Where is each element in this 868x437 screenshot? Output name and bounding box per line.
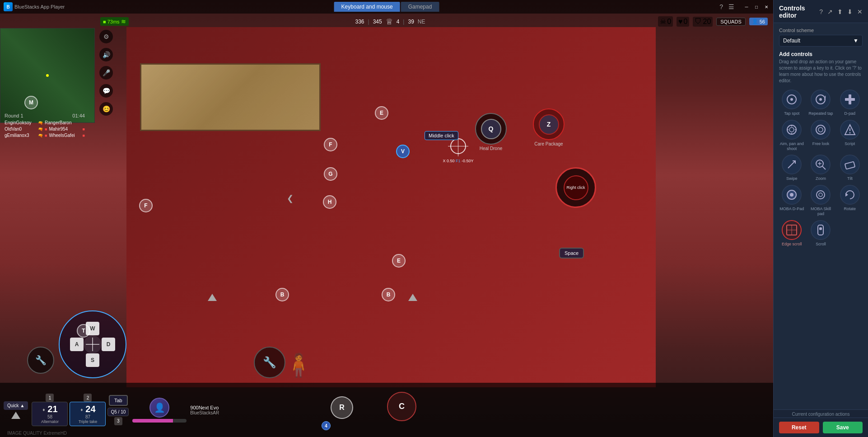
e-key-top[interactable]: E [375,106,388,120]
ctrl-swipe[interactable]: Swipe [779,155,804,181]
e-key-mid[interactable]: E [392,254,406,268]
r-key-circle[interactable]: R [331,396,353,419]
reset-button[interactable]: Reset [779,422,819,433]
f-key-left[interactable]: F [139,199,153,212]
help-icon[interactable]: ? [719,3,723,10]
tab-pill[interactable]: Tab [109,395,128,406]
dropdown-chevron-icon: ▼ [853,38,859,44]
care-package-widget[interactable]: Z Care Package [533,108,565,146]
f-key-left-circle[interactable]: F [139,199,153,212]
m-key-circle[interactable]: M [24,96,38,109]
player-2-name: OldVan0 [5,127,36,132]
h-key[interactable]: H [323,195,336,209]
menu-icon[interactable]: ☰ [728,3,734,10]
share-icon[interactable]: ↗ [827,8,833,15]
v-key-circle[interactable]: V [396,145,410,158]
mic-icon-area[interactable]: 🎤 [99,66,113,80]
close-button[interactable]: ✕ [763,4,770,10]
b-key-2-circle[interactable]: B [382,288,395,301]
e-key-mid-circle[interactable]: E [392,254,406,268]
maximize-button[interactable]: □ [753,4,760,10]
crosshair[interactable]: X 0.50 F1 -0.50Y [450,138,466,154]
b-key-1-circle[interactable]: B [275,288,289,301]
tab-gamepad[interactable]: Gamepad [401,2,439,12]
ammo-arrows-2 [208,294,217,301]
up-arrow-btn[interactable] [11,412,20,419]
ammo-up-arrow-2[interactable] [208,294,217,301]
ctrl-free-look[interactable]: Free look [808,120,833,151]
tab-keyboard-mouse[interactable]: Keyboard and mouse [334,2,400,12]
tap-spot-label: Tap spot [784,111,799,116]
g-key[interactable]: G [324,167,337,181]
dpad-center [84,335,102,353]
weapon-slot-2[interactable]: 2 ⬧ 24 87 Triple take [70,394,106,426]
right-click-control[interactable]: Right click [555,167,596,208]
heal-drone-widget[interactable]: Q Heal Drone [475,113,507,151]
ctrl-moba-skill[interactable]: MOBA Skill pad [808,185,833,216]
b-key-1[interactable]: B [275,288,289,301]
ctrl-repeated-tap[interactable]: Repeated tap [808,89,833,116]
save-button[interactable]: Save [823,422,863,433]
dpad-key-a[interactable]: A [70,338,84,351]
m-key-overlay[interactable]: M [24,96,38,109]
quick-button[interactable]: Quick ▲ [4,401,28,410]
volume-icon[interactable]: 🔊 [99,48,113,61]
ctrl-d-pad[interactable]: D-pad [837,89,863,116]
weapon-1-icon: ⬧ [42,406,46,413]
chat-icon-area[interactable]: 💬 [99,84,113,98]
g-key-circle[interactable]: G [324,167,337,181]
image-quality-label: IMAGE QUALITY ExtremeHD [7,431,67,436]
minimize-button[interactable]: ─ [743,4,750,10]
tab-key-overlay[interactable]: Tab [109,395,128,406]
ping-display: ■ 73ms ≋ [100,17,129,26]
repeated-tap-icon [814,93,827,106]
close-panel-icon[interactable]: ✕ [857,8,863,15]
chat-icon[interactable]: 💬 [99,84,113,98]
ctrl-tap-spot[interactable]: Tap spot [779,89,804,116]
weapon-slot-1[interactable]: 1 ⬧ 21 58 Alternator [32,394,68,426]
c-key-circle[interactable]: C [387,392,416,421]
volume-icon-area[interactable]: 🔊 [99,48,113,61]
c-key[interactable]: C [387,392,416,421]
settings-icon-area[interactable]: ⚙ [99,30,113,43]
f-key-top-circle[interactable]: F [324,138,337,151]
e-key-top-circle[interactable]: E [375,106,388,120]
space-button[interactable]: Space [559,248,584,258]
ctrl-edge-scroll[interactable]: Edge scroll [779,220,804,247]
ctrl-rotate[interactable]: Rotate [837,185,863,216]
swipe-icon-box [782,155,802,174]
emoji-icon[interactable]: 😊 [99,102,113,116]
grenade-2-widget[interactable]: 🔧 [254,347,285,378]
scheme-dropdown[interactable]: Default ▼ [779,35,863,47]
f-key-top[interactable]: F [324,138,337,151]
b-key-2[interactable]: B [382,288,395,301]
left-chevron-icon: ❮ [287,194,294,203]
r-key[interactable]: R [331,396,353,419]
ctrl-scroll[interactable]: Scroll [808,220,833,247]
upload-icon[interactable]: ⬆ [837,8,843,15]
ammo-up-arrow[interactable] [408,294,417,301]
dpad-container[interactable]: W S A D [59,310,126,378]
ctrl-tilt[interactable]: Tilt [837,155,863,181]
emoji-icon-area[interactable]: 😊 [99,102,113,116]
zoom-icon-box [811,155,831,174]
settings-icon[interactable]: ⚙ [99,30,113,43]
t-key-overlay[interactable]: T [77,324,90,338]
shield-icon: ⛉ [695,18,702,26]
space-pill[interactable]: Space [559,248,584,258]
grenade-widget[interactable]: 🔧 [27,347,54,374]
ctrl-aim-pan-shoot[interactable]: Aim, pan and shoot [779,120,804,151]
dpad-key-d[interactable]: D [102,338,115,351]
top-bar-right: ? ☰ ─ □ ✕ [719,3,770,10]
question-icon[interactable]: ? [819,8,823,15]
t-key-circle[interactable]: T [77,324,90,338]
download-icon[interactable]: ⬇ [847,8,853,15]
v-key[interactable]: V [396,145,410,158]
mic-icon[interactable]: 🎤 [99,66,113,80]
ctrl-script[interactable]: Script [837,120,863,151]
svg-point-25 [819,193,822,197]
ctrl-moba-dpad[interactable]: MOBA D-Pad [779,185,804,216]
h-key-circle[interactable]: H [323,195,336,209]
ctrl-zoom[interactable]: Zoom [808,155,833,181]
dpad-key-s[interactable]: S [86,353,99,367]
